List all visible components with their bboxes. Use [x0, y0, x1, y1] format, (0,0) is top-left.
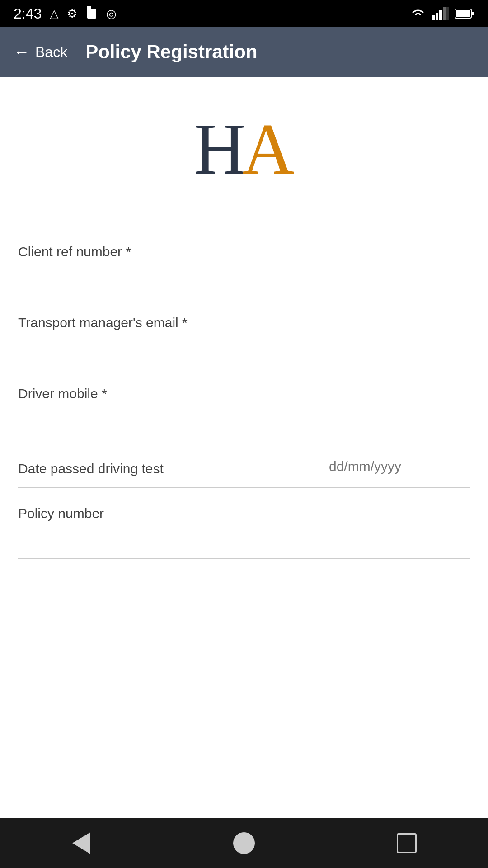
svg-rect-8	[471, 12, 474, 15]
policy-number-field: Policy number	[18, 492, 470, 559]
client-ref-field: Client ref number *	[18, 231, 470, 297]
client-ref-label: Client ref number *	[18, 244, 470, 259]
back-arrow-icon: ←	[14, 42, 30, 61]
svg-rect-6	[446, 7, 449, 20]
nav-home-button[interactable]	[226, 825, 262, 861]
driver-mobile-input[interactable]	[18, 409, 470, 428]
status-bar: 2:43 △ ⚙ ◎	[0, 0, 488, 27]
sd-card-icon	[85, 6, 98, 22]
main-content: H A Client ref number * Transport manage…	[0, 77, 488, 818]
logo-a-letter: A	[242, 113, 295, 185]
status-icons-right	[409, 7, 474, 20]
svg-rect-5	[443, 7, 446, 20]
nav-back-button[interactable]	[63, 825, 99, 861]
battery-icon	[455, 8, 474, 19]
target-icon: ◎	[106, 7, 117, 21]
svg-rect-3	[436, 13, 438, 20]
client-ref-input[interactable]	[18, 267, 470, 286]
svg-rect-0	[87, 9, 96, 19]
driver-mobile-field: Driver mobile *	[18, 373, 470, 439]
transport-email-input[interactable]	[18, 338, 470, 357]
date-passed-input[interactable]	[325, 457, 470, 476]
svg-rect-9	[456, 10, 470, 17]
date-passed-label: Date passed driving test	[18, 461, 325, 476]
page-title: Policy Registration	[85, 41, 257, 63]
alert-icon: △	[50, 7, 59, 21]
nav-home-icon	[233, 832, 255, 854]
registration-form: Client ref number * Transport manager's …	[18, 231, 470, 563]
back-button[interactable]: ← Back	[14, 42, 67, 61]
driver-mobile-label: Driver mobile *	[18, 386, 470, 401]
toolbar: ← Back Policy Registration	[0, 27, 488, 77]
nav-recents-button[interactable]	[389, 825, 425, 861]
transport-email-label: Transport manager's email *	[18, 315, 470, 330]
policy-number-label: Policy number	[18, 506, 470, 521]
svg-marker-1	[87, 6, 91, 9]
nav-recents-icon	[397, 833, 417, 853]
date-passed-field: Date passed driving test	[18, 443, 470, 488]
wifi-icon	[409, 7, 427, 20]
logo-h-letter: H	[193, 113, 242, 185]
status-time: 2:43	[14, 5, 42, 22]
logo-area: H A	[18, 77, 470, 231]
nav-back-icon	[72, 832, 90, 854]
settings-icon: ⚙	[67, 7, 77, 21]
back-label: Back	[35, 44, 67, 61]
nav-bar	[0, 818, 488, 868]
app-logo: H A	[193, 113, 294, 185]
transport-email-field: Transport manager's email *	[18, 302, 470, 368]
svg-rect-4	[439, 10, 442, 20]
policy-number-input[interactable]	[18, 528, 470, 547]
signal-icon	[432, 7, 449, 20]
svg-rect-2	[432, 15, 435, 20]
